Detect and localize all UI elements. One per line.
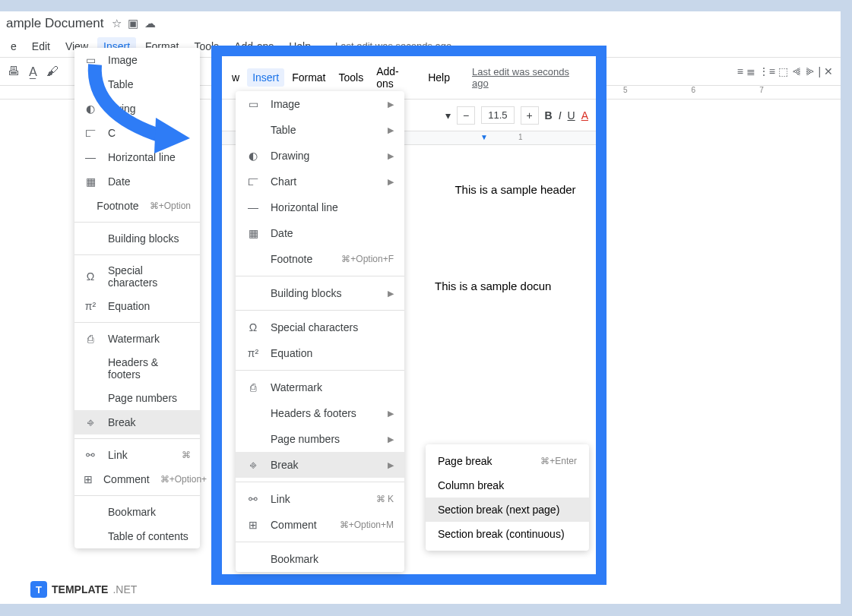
folder-icon[interactable]: ▣ bbox=[128, 17, 138, 30]
date-icon: ▦ bbox=[84, 175, 97, 188]
body-text: This is a sample docun bbox=[435, 280, 596, 292]
ov-mi-table[interactable]: Table▶ bbox=[236, 117, 404, 143]
insert-dropdown-bg: ▭Image Table ◐awing ⫍C —Horizontal line … bbox=[74, 48, 200, 548]
chart-icon: ⫍ bbox=[84, 126, 97, 140]
ov-mi-equation[interactable]: π²Equation bbox=[236, 340, 404, 366]
text-color-button[interactable]: A bbox=[581, 109, 588, 122]
comment-icon: ⊞ bbox=[246, 518, 260, 532]
cloud-icon[interactable]: ☁ bbox=[144, 17, 156, 30]
mi-drawing[interactable]: ◐awing bbox=[74, 96, 200, 121]
dropdown-caret-icon[interactable]: ▾ bbox=[445, 109, 451, 122]
pi-icon: π² bbox=[84, 299, 97, 313]
ov-mi-headers[interactable]: Headers & footers▶ bbox=[236, 400, 404, 426]
sep bbox=[74, 222, 200, 223]
sub-column-break[interactable]: Column break bbox=[426, 473, 589, 498]
chevron-right-icon: ▶ bbox=[388, 100, 394, 109]
menu-edit[interactable]: Edit bbox=[26, 37, 56, 55]
print-icon[interactable]: 🖶 bbox=[8, 65, 20, 78]
mi-hline[interactable]: —Horizontal line bbox=[74, 145, 200, 169]
header-text: This is a sample header bbox=[435, 183, 596, 196]
watermark-icon: ⎙ bbox=[246, 381, 260, 394]
ov-mi-image[interactable]: ▭Image▶ bbox=[236, 91, 404, 117]
break-submenu: Page break⌘+Enter Column break Section b… bbox=[426, 444, 589, 551]
drawing-icon: ◐ bbox=[246, 149, 260, 163]
chart-icon: ⫍ bbox=[246, 175, 260, 188]
sub-section-cont[interactable]: Section break (continuous) bbox=[426, 522, 589, 546]
date-icon: ▦ bbox=[246, 226, 260, 240]
ov-mi-chart[interactable]: ⫍Chart▶ bbox=[236, 169, 404, 194]
ov-mi-drawing[interactable]: ◐Drawing▶ bbox=[236, 143, 404, 169]
mi-footnote[interactable]: Footnote⌘+Option bbox=[74, 194, 200, 218]
ruler-marker-icon[interactable]: ▼ bbox=[480, 133, 488, 141]
ov-menu-tools[interactable]: Tools bbox=[333, 68, 369, 87]
template-net-watermark: T TEMPLATE.NET bbox=[30, 581, 137, 598]
mi-table[interactable]: Table bbox=[74, 72, 200, 96]
mi-blocks[interactable]: Building blocks bbox=[74, 226, 200, 251]
sub-section-next[interactable]: Section break (next page) bbox=[426, 498, 589, 522]
pi-icon: π² bbox=[246, 346, 260, 360]
ruler-5: 5 bbox=[623, 86, 628, 99]
template-logo-icon: T bbox=[30, 581, 47, 598]
spell-icon[interactable]: A̲ bbox=[29, 65, 37, 79]
mi-equation[interactable]: π²Equation bbox=[74, 294, 200, 318]
bold-button[interactable]: B bbox=[545, 109, 553, 122]
omega-icon: Ω bbox=[246, 321, 260, 334]
ov-mi-special[interactable]: ΩSpecial characters bbox=[236, 314, 404, 340]
mi-bookmark[interactable]: Bookmark bbox=[74, 500, 200, 524]
decrease-button[interactable]: − bbox=[457, 106, 475, 125]
ov-last-edit[interactable]: Last edit was seconds ago bbox=[467, 63, 591, 92]
mi-special[interactable]: ΩSpecial characters bbox=[74, 259, 200, 294]
toolbar-right-icons[interactable]: ≡ ≣ ⋮≡ ⬚ ⫷ ⫸ | ✕ bbox=[737, 65, 833, 77]
omega-icon: Ω bbox=[84, 270, 97, 283]
break-icon: ⎆ bbox=[246, 458, 260, 472]
mi-date[interactable]: ▦Date bbox=[74, 169, 200, 194]
image-icon: ▭ bbox=[246, 97, 260, 111]
paint-icon[interactable]: 🖌 bbox=[46, 65, 59, 78]
italic-button[interactable]: I bbox=[559, 109, 562, 122]
mi-comment[interactable]: ⊞Comment⌘+Option+ bbox=[74, 467, 200, 491]
ov-mi-comment[interactable]: ⊞Comment⌘+Option+M bbox=[236, 512, 404, 538]
ov-mi-link[interactable]: ⚯Link⌘ K bbox=[236, 486, 404, 512]
underline-button[interactable]: U bbox=[568, 109, 575, 122]
ov-menu-format[interactable]: Format bbox=[287, 68, 331, 87]
ov-menu-insert[interactable]: Insert bbox=[247, 68, 284, 87]
mi-chart[interactable]: ⫍C bbox=[74, 121, 200, 145]
increase-button[interactable]: + bbox=[521, 106, 539, 125]
link-icon: ⚯ bbox=[246, 492, 260, 506]
menu-file[interactable]: e bbox=[5, 37, 23, 55]
mi-image[interactable]: ▭Image bbox=[74, 48, 200, 72]
doc-title[interactable]: ample Document bbox=[6, 16, 104, 31]
mi-break[interactable]: ⎆Break bbox=[74, 410, 200, 434]
ov-menu-addons[interactable]: Add-ons bbox=[371, 62, 420, 93]
mi-headers[interactable]: Headers & footers bbox=[74, 351, 200, 386]
ov-mi-break[interactable]: ⎆Break▶ bbox=[236, 452, 404, 478]
font-size-input[interactable]: 11.5 bbox=[481, 106, 514, 124]
ov-mi-watermark[interactable]: ⎙Watermark bbox=[236, 374, 404, 400]
image-icon: ▭ bbox=[84, 53, 97, 67]
insert-dropdown-overlay: ▭Image▶ Table▶ ◐Drawing▶ ⫍Chart▶ —Horizo… bbox=[236, 91, 404, 572]
star-icon[interactable]: ☆ bbox=[112, 17, 122, 30]
ov-mi-footnote[interactable]: Footnote⌘+Option+F bbox=[236, 246, 404, 272]
ruler-6: 6 bbox=[692, 86, 696, 99]
title-row: ample Document ☆ ▣ ☁ bbox=[0, 11, 841, 36]
ov-mi-date[interactable]: ▦Date bbox=[236, 220, 404, 246]
ov-mi-hline[interactable]: —Horizontal line bbox=[236, 194, 404, 220]
sub-page-break[interactable]: Page break⌘+Enter bbox=[426, 449, 589, 473]
watermark-brand: TEMPLATE bbox=[52, 583, 108, 595]
mi-link[interactable]: ⚯Link⌘ bbox=[74, 443, 200, 467]
comment-icon: ⊞ bbox=[84, 472, 93, 486]
hline-icon: — bbox=[246, 201, 260, 214]
mi-watermark[interactable]: ⎙Watermark bbox=[74, 327, 200, 351]
ruler-1: 1 bbox=[518, 133, 523, 141]
ruler-7: 7 bbox=[759, 86, 764, 99]
ov-mi-bookmark[interactable]: Bookmark bbox=[236, 546, 404, 572]
mi-pagenum[interactable]: Page numbers bbox=[74, 386, 200, 410]
watermark-icon: ⎙ bbox=[84, 332, 97, 346]
break-icon: ⎆ bbox=[84, 415, 97, 429]
mi-toc[interactable]: Table of contents bbox=[74, 524, 200, 548]
link-icon: ⚯ bbox=[84, 448, 97, 462]
ov-menu-w[interactable]: w bbox=[226, 68, 245, 87]
ov-menu-help[interactable]: Help bbox=[423, 68, 455, 87]
ov-mi-pagenum[interactable]: Page numbers▶ bbox=[236, 426, 404, 452]
ov-mi-blocks[interactable]: Building blocks▶ bbox=[236, 280, 404, 306]
